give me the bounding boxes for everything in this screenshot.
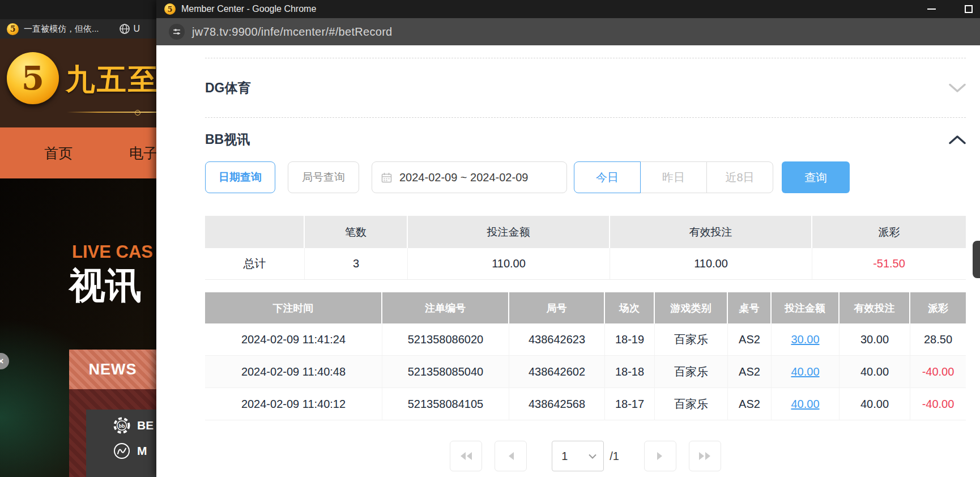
summary-header-valid-bet: 有效投注 — [610, 216, 812, 248]
background-titlebar — [0, 0, 156, 19]
last-page-button[interactable] — [689, 441, 721, 471]
prev-page-button[interactable] — [495, 441, 527, 471]
cell-ticket-no: 521358085040 — [382, 356, 509, 388]
page-select[interactable]: 1 — [552, 441, 604, 471]
menu-item-mg[interactable]: M — [113, 442, 156, 459]
cell-session: 18-19 — [605, 323, 655, 356]
cell-game-type: 百家乐 — [655, 356, 728, 388]
globe-icon — [119, 23, 130, 35]
chevron-up-icon[interactable] — [949, 135, 966, 144]
window-titlebar: 5 Member Center - Google Chrome — [156, 0, 980, 18]
cell-table-no: AS2 — [728, 356, 772, 388]
minimize-button[interactable] — [920, 0, 943, 18]
page-select-value: 1 — [561, 450, 568, 463]
pagination: 1 /1 — [205, 441, 966, 471]
banner-live-casino-text: LIVE CAS — [72, 242, 153, 262]
close-icon[interactable]: × — [0, 353, 9, 369]
menu-item-mg-label: M — [137, 444, 147, 458]
banner-shixun-text: 视讯 — [69, 261, 142, 310]
cell-payout: -40.00 — [910, 388, 966, 420]
address-bar[interactable]: jw78.tv:9900/infe/mcenter/#/betRecord — [156, 18, 980, 45]
col-table-no: 桌号 — [728, 292, 772, 323]
table-row: 2024-02-09 11:40:12 521358084105 4386425… — [205, 388, 966, 420]
filter-toolbar: 日期查询 局号查询 2024-02-09 ~ 2024-02-09 — [205, 161, 966, 193]
section-bb-live[interactable]: BB视讯 — [205, 118, 966, 161]
double-right-arrow-icon — [698, 452, 711, 461]
brand-logo-icon: 5 — [7, 52, 59, 104]
summary-total-label: 总计 — [205, 248, 305, 280]
bet-amount-link[interactable]: 40.00 — [791, 398, 819, 411]
summary-header-count: 笔数 — [305, 216, 408, 248]
quick-range-last8[interactable]: 近8日 — [706, 161, 773, 193]
cell-valid-bet: 30.00 — [840, 323, 910, 356]
summary-header-row: 笔数 投注金额 有效投注 派彩 — [205, 216, 966, 248]
bet-amount-link[interactable]: 40.00 — [791, 365, 819, 378]
summary-total-row: 总计 3 110.00 110.00 -51.50 — [205, 248, 966, 280]
maximize-button[interactable] — [957, 0, 980, 18]
date-range-value: 2024-02-09 ~ 2024-02-09 — [399, 171, 528, 184]
minimize-icon — [927, 8, 936, 10]
quick-range-today[interactable]: 今日 — [574, 161, 641, 193]
summary-table: 笔数 投注金额 有效投注 派彩 总计 3 110.00 110.00 -51.5… — [205, 216, 966, 280]
bet-records-table: 下注时间 注单编号 局号 场次 游戏类别 桌号 投注金额 有效投注 派彩 202… — [205, 292, 966, 420]
summary-total-payout: -51.50 — [812, 248, 966, 280]
col-payout: 派彩 — [910, 292, 966, 323]
cell-valid-bet: 40.00 — [840, 356, 910, 388]
cell-payout: 28.50 — [910, 323, 966, 356]
window-title: Member Center - Google Chrome — [181, 4, 316, 14]
nav-item-games[interactable]: 电子 — [129, 144, 156, 163]
date-range-picker[interactable]: 2024-02-09 ~ 2024-02-09 — [372, 161, 567, 193]
chevron-down-icon[interactable] — [949, 83, 966, 93]
site-header: 5 九五至尊 — [0, 39, 156, 127]
left-arrow-icon — [507, 452, 515, 461]
cell-valid-bet: 40.00 — [840, 388, 910, 420]
summary-header-bet-amount: 投注金额 — [408, 216, 610, 248]
round-query-tab[interactable]: 局号查询 — [288, 161, 359, 193]
cell-game-type: 百家乐 — [655, 323, 728, 356]
summary-total-count: 3 — [305, 248, 408, 280]
first-page-button[interactable] — [450, 441, 482, 471]
cell-table-no: AS2 — [728, 388, 772, 420]
section-title-bb: BB视讯 — [205, 131, 250, 148]
search-button[interactable]: 查询 — [782, 161, 850, 193]
summary-header-payout: 派彩 — [812, 216, 966, 248]
right-arrow-icon — [656, 452, 664, 461]
browser-tab[interactable]: 一直被模仿，但依... — [24, 24, 99, 35]
cell-session: 18-18 — [605, 356, 655, 388]
mg-circle-icon — [113, 442, 130, 459]
menu-item-bb[interactable]: bb BE — [113, 417, 156, 434]
quick-range-group: 今日 昨日 近8日 — [574, 161, 773, 193]
site-settings-button[interactable] — [169, 24, 185, 40]
cell-bet-time: 2024-02-09 11:41:24 — [205, 323, 382, 356]
nav-item-home[interactable]: 首页 — [44, 144, 73, 163]
chrome-popup-window: 5 Member Center - Google Chrome jw78.tv:… — [156, 0, 980, 477]
section-dg-sports[interactable]: DG体育 — [205, 58, 966, 117]
bet-amount-link[interactable]: 30.00 — [791, 333, 819, 346]
game-provider-menu: bb BE M — [86, 410, 156, 477]
bb-chip-icon: bb — [113, 417, 130, 434]
cell-payout: -40.00 — [910, 356, 966, 388]
cell-bet-time: 2024-02-09 11:40:48 — [205, 356, 382, 388]
date-query-tab[interactable]: 日期查询 — [205, 161, 275, 193]
calendar-icon — [381, 172, 392, 183]
background-tab-strip: 5 一直被模仿，但依... U — [0, 19, 156, 39]
cell-session: 18-17 — [605, 388, 655, 420]
scrollbar-thumb[interactable] — [973, 241, 980, 278]
quick-range-yesterday[interactable]: 昨日 — [640, 161, 707, 193]
cell-table-no: AS2 — [728, 323, 772, 356]
cell-bet-time: 2024-02-09 11:40:12 — [205, 388, 382, 420]
col-bet-amount: 投注金额 — [772, 292, 840, 323]
col-round-no: 局号 — [509, 292, 605, 323]
site-nav: 首页 电子 — [0, 127, 156, 178]
favicon-icon: 5 — [164, 3, 176, 15]
col-bet-time: 下注时间 — [205, 292, 382, 323]
browser-tab-2[interactable]: U — [119, 23, 140, 35]
browser-tab-2-label: U — [134, 24, 140, 34]
page-total: /1 — [610, 450, 619, 463]
cell-game-type: 百家乐 — [655, 388, 728, 420]
cell-ticket-no: 521358086020 — [382, 323, 509, 356]
maximize-icon — [965, 5, 973, 13]
select-chevron-icon — [589, 454, 596, 459]
next-page-button[interactable] — [644, 441, 676, 471]
url-text[interactable]: jw78.tv:9900/infe/mcenter/#/betRecord — [192, 25, 393, 39]
